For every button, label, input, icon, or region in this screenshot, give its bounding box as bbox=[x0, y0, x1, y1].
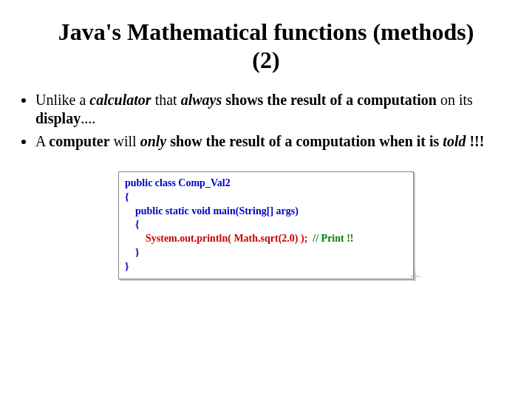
text: A bbox=[35, 133, 49, 149]
text: only bbox=[140, 133, 167, 149]
bullet-item: Unlike a calculator that always shows th… bbox=[35, 91, 488, 128]
code-line: System.out.println( Math.sqrt(2.0) ); //… bbox=[123, 232, 409, 246]
text: always bbox=[181, 92, 222, 108]
text: will bbox=[110, 133, 140, 149]
code-block: public class Comp_Val2 { public static v… bbox=[118, 171, 414, 279]
text: computer bbox=[49, 133, 109, 149]
bullet-list: Unlike a calculator that always shows th… bbox=[35, 91, 510, 151]
code-comment: // Print !! bbox=[307, 233, 353, 244]
code-line: public class Comp_Val2 bbox=[123, 177, 409, 191]
text: !!! bbox=[466, 133, 484, 149]
text: shows the result of a computation bbox=[222, 92, 437, 108]
text: Unlike a bbox=[35, 92, 89, 108]
code-line: { bbox=[123, 218, 409, 232]
code-line: public static void main(String[] args) bbox=[123, 205, 409, 219]
text: show the result of a computation when it… bbox=[166, 133, 443, 149]
text: calculator bbox=[89, 92, 151, 108]
text: told bbox=[443, 133, 466, 149]
text: display bbox=[35, 110, 81, 126]
code-block-container: public class Comp_Val2 { public static v… bbox=[118, 171, 414, 279]
text: .... bbox=[81, 110, 95, 126]
text: on its bbox=[437, 92, 473, 108]
code-line: } bbox=[123, 260, 409, 274]
code-line: } bbox=[123, 246, 409, 260]
code-text: System.out.println( Math.sqrt(2.0) ); bbox=[146, 233, 307, 244]
bullet-item: A computer will only show the result of … bbox=[35, 132, 488, 151]
slide-title: Java's Mathematical functions (methods) … bbox=[52, 18, 480, 75]
code-line: { bbox=[123, 191, 409, 205]
text: that bbox=[151, 92, 181, 108]
